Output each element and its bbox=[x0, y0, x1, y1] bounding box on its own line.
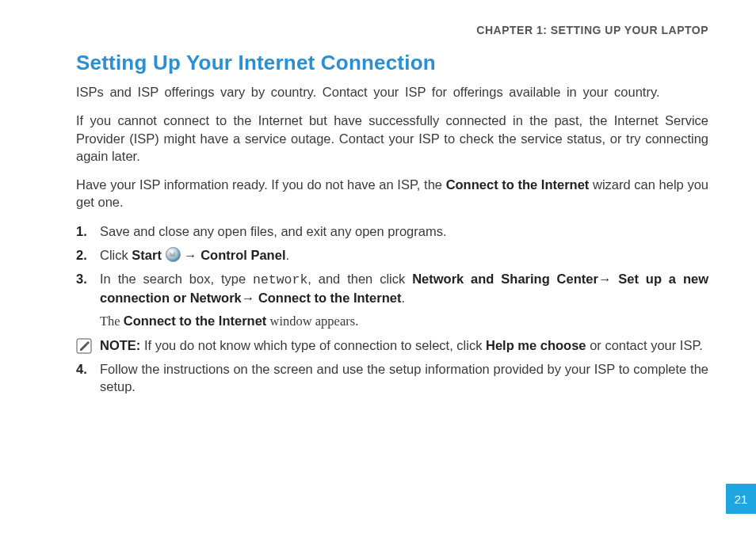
step-3-code: network bbox=[253, 272, 307, 287]
page-number: 21 bbox=[735, 492, 748, 506]
step-1: 1. Save and close any open files, and ex… bbox=[76, 222, 708, 240]
step-3-text-a: In the search box, type bbox=[100, 272, 253, 286]
step-3: 3. In the search box, type network, and … bbox=[76, 270, 708, 330]
step-2: 2. Click Start → Control Panel. bbox=[76, 246, 708, 264]
step-4-number: 4. bbox=[76, 360, 87, 378]
step-1-text: Save and close any open files, and exit … bbox=[100, 224, 447, 238]
step-1-number: 1. bbox=[76, 222, 87, 240]
chapter-header: CHAPTER 1: SETTING UP YOUR LAPTOP bbox=[76, 24, 708, 36]
para3-text-a: Have your ISP information ready. If you … bbox=[76, 177, 446, 192]
step-2-number: 2. bbox=[76, 246, 87, 264]
step-3-number: 3. bbox=[76, 270, 87, 287]
step-3-arrow-2: → bbox=[242, 291, 258, 305]
step-3-arrow-1: → bbox=[598, 272, 618, 286]
step-2-arrow: → bbox=[181, 248, 201, 262]
step-3-sub-b: window appears. bbox=[266, 314, 358, 329]
step-2-text-a: Click bbox=[100, 248, 132, 262]
paragraph-3: Have your ISP information ready. If you … bbox=[76, 176, 708, 211]
paragraph-2: If you cannot connect to the Internet bu… bbox=[76, 112, 708, 165]
para3-bold: Connect to the Internet bbox=[446, 177, 590, 192]
note-pencil-icon bbox=[76, 338, 95, 354]
note-help: Help me choose bbox=[486, 338, 586, 352]
note-text: NOTE: If you do not know which type of c… bbox=[100, 336, 708, 354]
section-title: Setting Up Your Internet Connection bbox=[76, 51, 708, 75]
paragraph-1: ISPs and ISP offerings vary by country. … bbox=[76, 83, 708, 101]
step-2-control-panel: Control Panel bbox=[200, 248, 285, 262]
steps-list: 1. Save and close any open files, and ex… bbox=[76, 222, 708, 396]
page-number-tab: 21 bbox=[726, 484, 756, 514]
step-3-text-b: , and then click bbox=[307, 272, 412, 286]
step-3-sub-a: The bbox=[100, 314, 124, 329]
step-3-connect: Connect to the Internet bbox=[258, 291, 402, 305]
step-4: 4. Follow the instructions on the screen… bbox=[76, 360, 708, 396]
step-2-start: Start bbox=[132, 248, 162, 262]
note-label: NOTE: bbox=[100, 338, 140, 352]
note-text-b: or contact your ISP. bbox=[586, 338, 703, 352]
step-3-sub-bold: Connect to the Internet bbox=[124, 314, 267, 328]
note-item: NOTE: If you do not know which type of c… bbox=[76, 336, 708, 354]
step-2-end: . bbox=[285, 248, 289, 262]
step-3-nsc: Network and Sharing Center bbox=[412, 272, 598, 286]
page: CHAPTER 1: SETTING UP YOUR LAPTOP Settin… bbox=[0, 0, 756, 536]
step-4-text: Follow the instructions on the screen an… bbox=[100, 362, 708, 393]
step-3-sub: The Connect to the Internet window appea… bbox=[100, 312, 708, 330]
windows-start-icon bbox=[166, 247, 181, 262]
step-3-end: . bbox=[401, 291, 405, 305]
note-text-a: If you do not know which type of connect… bbox=[140, 338, 486, 352]
